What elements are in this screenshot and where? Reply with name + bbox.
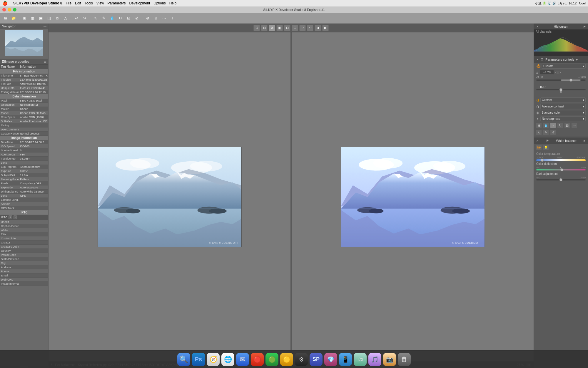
iptc-expand-btn[interactable]: + — [9, 215, 12, 219]
color-defl-slider[interactable] — [536, 169, 586, 170]
img-tb-next[interactable]: ▶ — [322, 25, 329, 31]
toolbar-layout3[interactable]: ⧈ — [54, 15, 61, 22]
menu-development[interactable]: Development — [129, 1, 150, 5]
color-temp-bar[interactable] — [536, 159, 586, 161]
tone-dropdown[interactable]: Custom ▾ — [540, 97, 586, 102]
toolbar-open[interactable]: 📁 — [10, 15, 17, 22]
img-tb-fit[interactable]: ⊞ — [253, 25, 260, 31]
tool-icon-9[interactable]: ↺ — [550, 130, 556, 135]
menu-edit[interactable]: Edit — [75, 1, 81, 5]
exposure-slider-track[interactable] — [536, 79, 586, 81]
sharpness-dropdown-arrow: ▾ — [583, 117, 584, 120]
dock-app1[interactable]: 🔴 — [251, 353, 264, 366]
close-button[interactable] — [2, 8, 6, 11]
dock-chrome[interactable]: 🌐 — [221, 353, 234, 366]
img-tb-prev[interactable]: ◀ — [315, 25, 321, 31]
toolbar-undo[interactable]: ↩ — [73, 15, 80, 22]
tool-icon-4[interactable]: ↻ — [557, 123, 563, 128]
toolbar-dots[interactable]: ⋯ — [161, 15, 168, 22]
dock-photoshop[interactable]: Ps — [192, 353, 205, 366]
toolbar-copy[interactable]: ⊕ — [144, 15, 151, 22]
photo-pane-left[interactable]: © EVA MCDERMOTT — [49, 32, 290, 362]
toolbar-pen[interactable]: ✎ — [100, 15, 107, 22]
exposure-slider-thumb[interactable] — [569, 79, 572, 82]
tool-icon-2[interactable]: 💧 — [543, 123, 549, 128]
svg-point-19 — [209, 208, 227, 214]
menu-view[interactable]: View — [96, 1, 104, 5]
sharpness-dropdown[interactable]: No sharpness ▾ — [540, 116, 586, 121]
img-tb-dual[interactable]: ▣ — [276, 25, 283, 31]
dock-app5[interactable]: 💎 — [324, 353, 337, 366]
menu-help[interactable]: Help — [169, 1, 177, 5]
tool-icon-7[interactable]: ↖ — [536, 130, 542, 135]
menu-tools[interactable]: Tools — [85, 1, 93, 5]
hdr-slider[interactable] — [536, 89, 586, 90]
toolbar-eyedrop[interactable]: 💧 — [108, 15, 116, 22]
toolbar-layout2[interactable]: ◫ — [46, 15, 53, 22]
hdr-slider-thumb[interactable] — [559, 88, 562, 91]
menu-options[interactable]: Options — [153, 1, 166, 5]
tool-icon-3[interactable]: ⬦ — [550, 123, 556, 128]
toolbar-layout1[interactable]: ▣ — [37, 15, 44, 22]
toolbar-text[interactable]: T — [169, 15, 176, 22]
color-defl-thumb[interactable] — [560, 168, 563, 171]
toolbar-crop[interactable]: ⊡ — [125, 15, 132, 22]
tool-icon-8[interactable]: ✎ — [543, 130, 549, 135]
wb-header[interactable]: ✕ ☀ White balance ▶ — [534, 137, 588, 144]
dock-app8[interactable]: 🎵 — [368, 353, 381, 366]
iptc-collapse-btn[interactable]: - — [14, 215, 17, 219]
img-tb-split[interactable]: ⊠ — [269, 25, 275, 31]
toolbar-sep-4 — [142, 15, 142, 21]
contrast-dropdown[interactable]: Average contrast ▾ — [540, 104, 586, 109]
dock-trash[interactable]: 🗑 — [398, 353, 411, 366]
img-tb-undo[interactable]: ↩ — [299, 25, 306, 31]
color-temp-thumb[interactable] — [541, 159, 544, 162]
toolbar-rotate[interactable]: ↻ — [117, 15, 124, 22]
img-tb-redo[interactable]: ↪ — [307, 25, 313, 31]
toolbar-grid[interactable]: ⊞ — [21, 15, 28, 22]
dock-mail[interactable]: ✉ — [236, 353, 249, 366]
dock-app4[interactable]: ⚙ — [295, 353, 308, 366]
dark-adj-thumb[interactable] — [559, 178, 562, 181]
menu-file[interactable]: File — [66, 1, 71, 5]
img-tb-grid2[interactable]: ⊞ — [292, 25, 298, 31]
wb-panel-section: ✕ ☀ White balance ▶ 🔆 💡 Color temperatur… — [534, 137, 588, 182]
dock-app3[interactable]: 🟡 — [280, 353, 293, 366]
dock-app6[interactable]: 📱 — [339, 353, 352, 366]
dock-app2[interactable]: 🟢 — [265, 353, 278, 366]
dock-app7[interactable]: 🗂 — [354, 353, 367, 366]
imgprops-menu[interactable]: ☰ — [44, 60, 46, 63]
wb-icon-2[interactable]: 💡 — [543, 145, 549, 150]
dock-finder[interactable]: 🔍 — [177, 353, 190, 366]
tool-icon-5[interactable]: ⊡ — [564, 123, 570, 128]
navigator-toggle[interactable]: — — [44, 25, 46, 28]
minimize-button[interactable] — [8, 8, 11, 11]
dock-safari[interactable]: 🧭 — [207, 353, 220, 366]
maximize-button[interactable] — [13, 8, 16, 11]
color-row: ◈ Standard color ▾ — [534, 110, 588, 116]
img-tb-grid[interactable]: ⊟ — [284, 25, 290, 31]
photo-pane-right[interactable]: © EVA MCDERMOTT — [290, 32, 534, 362]
toolbar-redo[interactable]: ↪ — [81, 15, 88, 22]
dark-adj-slider[interactable] — [536, 179, 586, 180]
toolbar-grid2[interactable]: ▦ — [29, 15, 36, 22]
img-tb-actual[interactable]: ⊡ — [261, 25, 268, 31]
split-view: © EVA MCDERMOTT — [49, 32, 534, 362]
tool-icon-1[interactable]: ⊕ — [536, 123, 542, 128]
toolbar-paste[interactable]: ⊖ — [152, 15, 159, 22]
exposure-dropdown[interactable]: Custom ▾ — [542, 64, 586, 69]
dock-silkypix[interactable]: SP — [310, 353, 323, 366]
color-dropdown[interactable]: Standard color ▾ — [540, 110, 586, 115]
menu-parameters[interactable]: Parameters — [108, 1, 126, 5]
color-temp-section: Color temperature 2000K 5150 90000K Colo… — [534, 151, 588, 182]
toolbar-adjust[interactable]: ⊘ — [133, 15, 140, 22]
toolbar-new[interactable]: 🖥 — [2, 15, 9, 22]
tool-icon-6[interactable]: ⋯ — [572, 123, 577, 128]
wb-icon-1[interactable]: 🔆 — [536, 145, 542, 150]
histogram-header[interactable]: ✕ Histogram ▶ — [534, 24, 588, 29]
col-info: Information — [19, 64, 48, 69]
dock-app9[interactable]: 📷 — [383, 353, 396, 366]
toolbar-triangle[interactable]: △ — [62, 15, 69, 22]
imgprops-toggle[interactable]: — — [40, 60, 43, 63]
toolbar-select[interactable]: ↖ — [92, 15, 99, 22]
